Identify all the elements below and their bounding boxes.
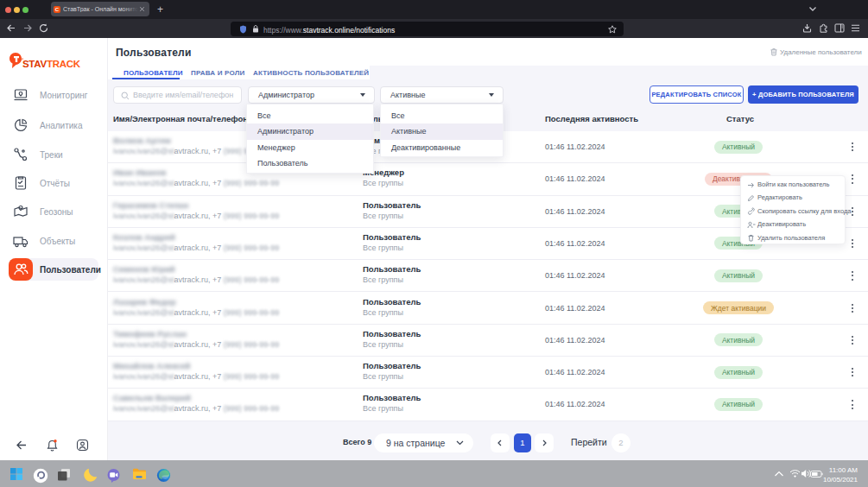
svg-text:TRACK: TRACK (47, 59, 81, 69)
svg-text:STAV: STAV (22, 59, 47, 69)
